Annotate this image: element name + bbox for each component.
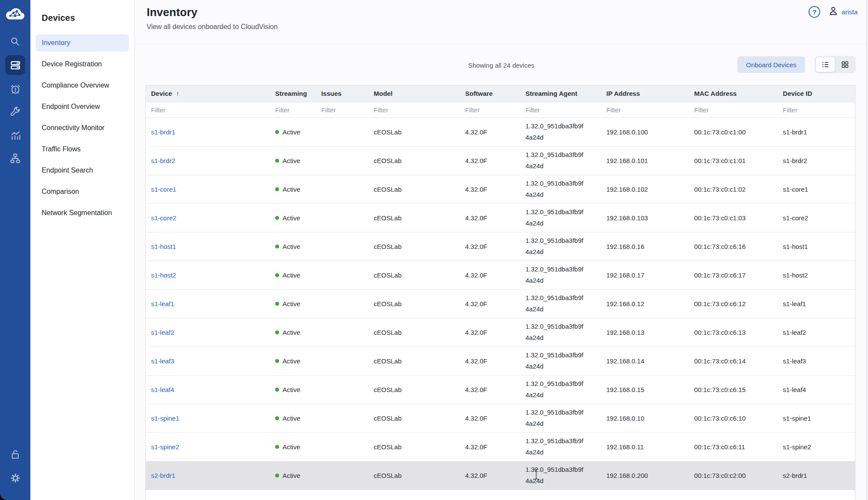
filter-input-device[interactable]: Filter [146,102,270,118]
sidebar-item-endpoint-search[interactable]: Endpoint Search [36,162,129,179]
unlock-icon[interactable] [5,444,25,464]
search-icon[interactable] [5,32,25,52]
column-header-ip-address[interactable]: IP Address [601,85,689,102]
device-row-s1-core2: s1-core2ActivecEOSLab4.32.0F1.32.0_951db… [146,203,855,232]
streaming-active-dot [275,359,279,363]
filter-input-streaming[interactable]: Filter [270,102,316,118]
model-cell: cEOSLab [368,146,460,175]
device-row-s1-spine1: s1-spine1ActivecEOSLab4.32.0F1.32.0_951d… [146,404,855,432]
ip-address-cell: 192.168.0.17 [601,261,689,289]
settings-gear-icon[interactable] [5,468,25,488]
streaming-status-label: Active [283,357,300,365]
view-mode-toggle [815,56,855,73]
software-cell: 4.32.0F [460,461,520,490]
device-link[interactable]: s1-host1 [151,243,176,250]
device-link[interactable]: s1-leaf4 [151,386,174,393]
list-view-icon[interactable] [816,57,835,72]
sidebar-menu: InventoryDevice RegistrationCompliance O… [30,34,134,222]
column-header-streaming[interactable]: Streaming [270,85,316,102]
column-header-issues[interactable]: Issues [316,85,368,102]
model-cell: cEOSLab [368,318,460,346]
ip-address-cell: 192.168.0.10 [601,404,689,432]
provisioning-wrench-icon[interactable] [5,102,25,122]
device-row-s1-leaf2: s1-leaf2ActivecEOSLab4.32.0F1.32.0_951db… [146,318,855,346]
mac-address-cell: 00:1c:73:c0:c1:03 [689,203,778,232]
device-link[interactable]: s1-leaf1 [151,300,174,307]
device-link[interactable]: s1-leaf3 [151,357,174,365]
device-link[interactable]: s1-brdr1 [151,128,175,136]
streaming-active-dot [275,130,279,134]
device-link[interactable]: s2-brdr1 [151,472,175,479]
ip-address-cell: 192.168.0.200 [601,461,689,490]
streaming-agent-cell: 1.32.0_951dba3fb9f4a24d [520,404,601,432]
model-cell: cEOSLab [368,289,460,318]
ip-address-cell: 192.168.0.103 [601,203,689,232]
model-cell: cEOSLab [368,175,460,203]
user-menu[interactable]: arista [828,6,858,18]
software-cell: 4.32.0F [460,289,520,318]
devices-icon[interactable] [5,55,25,75]
table-toolbar: Showing all 24 devices Onboard Devices [135,44,868,85]
filter-input-device-id[interactable]: Filter [778,102,855,118]
column-header-model[interactable]: Model [368,85,460,102]
sidebar-item-traffic-flows[interactable]: Traffic Flows [36,141,129,158]
onboard-devices-button[interactable]: Onboard Devices [737,56,805,73]
grid-view-icon[interactable] [835,57,854,72]
ip-address-cell [601,490,689,500]
issues-cell [316,118,368,146]
column-header-device[interactable]: Device↑ [146,85,270,102]
issues-cell [316,318,368,346]
filter-input-software[interactable]: Filter [460,102,520,118]
device-link[interactable]: s1-host2 [151,271,176,279]
column-header-software[interactable]: Software [460,85,520,102]
model-cell: cEOSLab [368,375,460,404]
help-icon[interactable]: ? [809,6,820,18]
device-id-cell: s1-leaf2 [778,318,855,346]
sidebar-item-connectivity-monitor[interactable]: Connectivity Monitor [36,119,129,137]
device-link[interactable]: s1-core1 [151,186,176,193]
inventory-table: Device↑StreamingIssuesModelSoftwareStrea… [146,85,855,500]
streaming-agent-cell: 1.32.0_951dba3fb9f [520,490,601,500]
streaming-active-dot [275,416,279,420]
issues-cell [316,490,368,500]
device-link[interactable]: s1-brdr2 [151,157,175,164]
sidebar-item-endpoint-overview[interactable]: Endpoint Overview [36,98,129,115]
device-id-cell: s2-brdr1 [778,461,855,490]
topology-icon[interactable] [5,148,25,168]
sidebar-item-network-segmentation[interactable]: Network Segmentation [36,204,129,222]
sidebar-item-comparison[interactable]: Comparison [36,183,129,200]
streaming-status-label: Active [283,386,300,393]
sidebar-item-inventory[interactable]: Inventory [36,34,129,52]
issues-cell [316,261,368,289]
sort-ascending-icon: ↑ [176,90,179,97]
streaming-agent-cell: 1.32.0_951dba3fb9f4a24d [520,175,601,203]
filter-input-issues[interactable]: Filter [316,102,368,118]
dashboards-chart-icon[interactable] [5,125,25,145]
ip-address-cell: 192.168.0.102 [601,175,689,203]
table-header-row: Device↑StreamingIssuesModelSoftwareStrea… [146,85,855,102]
top-right-actions: ? arista [809,6,858,18]
sidebar-item-device-registration[interactable]: Device Registration [36,56,129,73]
software-cell: 4.32.0F [460,404,520,432]
streaming-status-label: Active [283,271,300,279]
column-header-mac-address[interactable]: MAC Address [689,85,778,102]
arista-cloudvision-logo-icon[interactable] [4,5,26,23]
model-cell: cEOSLab [368,203,460,232]
device-link[interactable]: s1-spine2 [151,443,179,451]
device-link[interactable]: s1-spine1 [151,415,179,422]
device-link[interactable]: s1-core2 [151,214,176,222]
column-header-device-id[interactable]: Device ID [778,85,855,102]
streaming-agent-cell: 1.32.0_951dba3fb9f4a24d [520,375,601,404]
main-content: ? arista Inventory View all devices onbo… [135,0,868,500]
device-link[interactable]: s1-leaf2 [151,329,174,336]
device-id-cell: s1-spine1 [778,404,855,432]
column-header-streaming-agent[interactable]: Streaming Agent [520,85,601,102]
filter-input-mac-address[interactable]: Filter [689,102,778,118]
filter-input-ip-address[interactable]: Filter [601,102,689,118]
filter-input-streaming-agent[interactable]: Filter [520,102,601,118]
sidebar-item-compliance-overview[interactable]: Compliance Overview [36,77,129,94]
device-row-s1-brdr1: s1-brdr1ActivecEOSLab4.32.0F1.32.0_951db… [146,118,855,146]
filter-input-model[interactable]: Filter [368,102,460,118]
scrollbar-track[interactable] [866,0,868,500]
events-alarm-icon[interactable] [5,79,25,99]
